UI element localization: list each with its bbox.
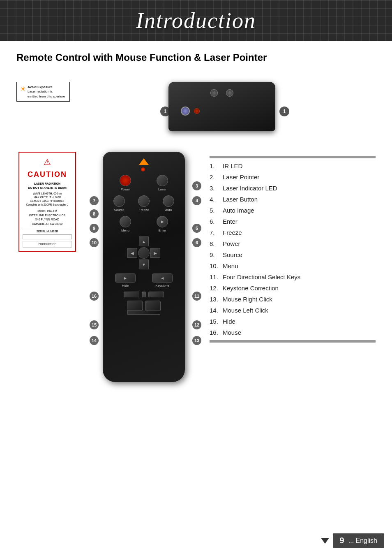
section-title: Remote Control with Mouse Function & Las… [16,51,376,64]
callout-5: 5 [192,224,201,233]
led-indicator [141,167,145,171]
source-button[interactable] [113,195,125,207]
mouse-btn-right[interactable] [148,292,164,297]
legend-item-text: Laser Pointer [223,173,259,181]
legend-column: 1.IR LED2.Laser Pointer3.Laser Indicator… [210,152,376,343]
menu-btn-group: Menu [120,216,131,232]
caution-icon: ⚠ [23,156,72,168]
legend-item-num: 1. [210,162,223,170]
legend-footer-bar [210,340,376,343]
page-title: Introduction [136,8,256,33]
freeze-btn-group: Freeze [138,195,150,212]
legend-item-text: Laser Button [223,195,258,204]
mouse-base-shape [127,310,160,315]
callout-7: 7 [90,196,99,205]
legend-item-text: Hide [223,317,235,326]
legend-item-num: 3. [210,184,223,192]
auto-button[interactable] [163,195,174,207]
legend-item-text: Auto Image [223,206,254,215]
keystone-label: Keystone [155,284,169,287]
enter-arrow: ▶ [161,220,164,224]
mouse-right-click-button[interactable] [145,301,161,310]
caution-title: CAUTION [23,169,72,180]
remote-body: Power Laser Source Freeze [103,152,185,382]
caution-model: Model: IRC-TM INTERLINK ELECTRONICS 546 … [23,209,72,226]
caution-label: ⚠ CAUTION LASER RADIATION DO NOT STARE I… [18,152,76,251]
menu-label: Menu [121,229,129,232]
mouse-btn-left[interactable] [124,292,139,297]
legend-item-text: Four Directional Select Keys [223,273,300,281]
dpad-right[interactable]: ▶ [150,248,160,258]
legend-item-num: 14. [210,306,223,315]
remote-top-image [168,82,275,131]
keystone-button[interactable]: ◀ [152,273,173,283]
dpad-down[interactable]: ▼ [139,259,149,269]
legend-item: 10.Menu [210,262,376,270]
auto-btn-group: Auto [163,195,174,212]
laser-button[interactable] [157,175,168,186]
left-column: ⚠ CAUTION LASER RADIATION DO NOT STARE I… [16,152,78,251]
footer-arrow-icon [321,538,329,544]
dpad-left[interactable]: ◀ [127,248,137,258]
dpad-up[interactable]: ▲ [139,236,149,246]
hide-button[interactable]: ▶ [115,273,136,283]
callout-9: 9 [90,224,99,233]
legend-item-text: Keystone Correction [223,284,279,292]
legend-item: 15.Hide [210,317,376,326]
callout-14: 14 [90,336,99,345]
enter-button[interactable]: ▶ [157,216,168,227]
legend-item-num: 16. [210,328,223,337]
callout-11: 11 [192,292,201,301]
freeze-button[interactable] [138,195,150,207]
remote-top-container: 1 1 [78,74,376,139]
warning-label: ☀ Avoid Exposure Laser radiation is emit… [16,82,70,102]
power-laser-row: Power Laser [107,175,181,191]
source-btn-group: Source [113,195,125,212]
enter-btn-group: ▶ Enter [157,216,168,232]
legend-item-num: 15. [210,317,223,326]
legend-item-text: Power [223,239,240,248]
legend-item-text: Mouse Left Click [223,306,268,315]
caution-details: WAVE LENGTH: 650nm MAX OUTPUT: < 1mW CLA… [23,192,72,206]
legend-item: 9.Source [210,250,376,259]
callout-1-right: 1 [279,107,289,116]
mouse-left-click-button[interactable] [127,301,143,310]
bottom-section: ⚠ CAUTION LASER RADIATION DO NOT STARE I… [16,152,376,382]
callout-3: 3 [192,181,201,190]
legend-item-num: 4. [210,195,223,204]
mouse-row [107,292,181,297]
legend-item-text: Menu [223,262,238,270]
caution-serial: SERIAL NUMBER [23,228,72,239]
mouse-scroll[interactable] [142,292,146,297]
dpad: ▲ ▼ ◀ ▶ [127,236,160,269]
callout-6: 6 [192,238,201,247]
legend-item: 8.Power [210,239,376,248]
mouse-base [107,310,181,315]
menu-button[interactable] [120,216,131,227]
legend-item-text: Laser Indicator LED [223,184,277,192]
dpad-center[interactable] [138,247,150,259]
power-button[interactable] [120,175,131,186]
laser-label: Laser [158,188,166,191]
legend-item-num: 8. [210,239,223,248]
legend-item-text: Mouse Right Click [223,295,272,303]
menu-enter-row: Menu ▶ Enter [107,216,181,232]
hide-btn-group: ▶ Hide [115,273,136,287]
legend-item: 6.Enter [210,217,376,226]
hide-label: Hide [122,284,129,287]
enter-label: Enter [158,229,166,232]
legend-item-num: 10. [210,262,223,270]
legend-item: 5.Auto Image [210,206,376,215]
source-freeze-auto-row: Source Freeze Auto [107,195,181,212]
legend-item-num: 9. [210,250,223,259]
hide-btn-arrow: ▶ [124,276,127,280]
legend-item-text: Freeze [223,228,242,237]
callout-15: 15 [90,320,99,329]
legend-item: 7.Freeze [210,228,376,237]
legend-item-num: 13. [210,295,223,303]
page-number: 9 [340,536,344,545]
legend-item: 2.Laser Pointer [210,173,376,181]
top-section: ☀ Avoid Exposure Laser radiation is emit… [16,74,376,139]
laser-btn-group: Laser [157,175,168,191]
callout-12: 12 [192,320,201,329]
